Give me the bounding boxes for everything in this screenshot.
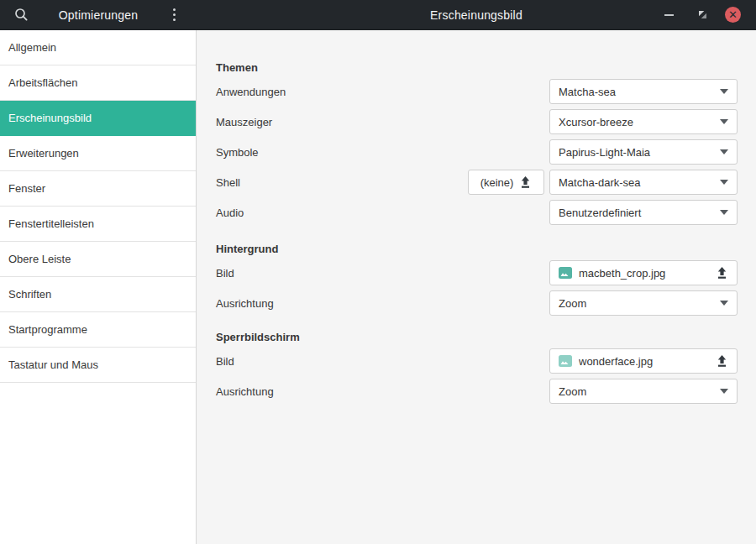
row-label: Audio — [216, 207, 244, 219]
row-hintergrund-bild: Bild macbeth_crop.jpg — [216, 258, 738, 288]
sidebar-item-label: Allgemein — [8, 41, 56, 54]
dropdown-arrow-icon — [720, 210, 728, 215]
upload-icon — [716, 266, 728, 280]
dropdown-arrow-icon — [720, 180, 728, 185]
close-icon: ✕ — [728, 7, 738, 23]
upload-icon — [519, 175, 532, 189]
shell-theme-file-button[interactable]: (keine) — [468, 170, 544, 195]
file-value: wonderface.jpg — [579, 355, 653, 368]
sidebar-item-label: Startprogramme — [8, 323, 87, 336]
titlebar-left: Optimierungen — [0, 0, 197, 29]
file-value: macbeth_crop.jpg — [579, 267, 665, 280]
row-label: Bild — [216, 355, 234, 368]
mauszeiger-theme-dropdown[interactable]: Xcursor-breeze — [549, 109, 738, 134]
gnome-tweaks-window: Optimierungen Erscheinungsbild ✕ — [0, 0, 756, 544]
sidebar-item-tastatur-und-maus[interactable]: Tastatur und Maus — [0, 348, 196, 383]
dropdown-arrow-icon — [720, 301, 728, 306]
row-label: Mauszeiger — [216, 116, 272, 128]
row-label: Bild — [216, 267, 234, 280]
sidebar-item-obere-leiste[interactable]: Obere Leiste — [0, 242, 196, 277]
minimize-button[interactable] — [663, 6, 675, 24]
titlebar: Optimierungen Erscheinungsbild ✕ — [0, 0, 756, 30]
menu-button[interactable] — [166, 6, 181, 24]
dropdown-value: Zoom — [559, 297, 586, 310]
background-image-file-button[interactable]: macbeth_crop.jpg — [549, 260, 738, 285]
sidebar-item-erscheinungsbild[interactable]: Erscheinungsbild — [0, 101, 196, 136]
sidebar-item-arbeitsflaechen[interactable]: Arbeitsflächen — [0, 65, 196, 101]
row-label: Ausrichtung — [216, 385, 274, 398]
unmaximize-icon — [698, 10, 707, 19]
dropdown-arrow-icon — [720, 89, 728, 94]
section-title-hintergrund: Hintergrund — [216, 241, 738, 258]
section-title-sperrbildschirm: Sperrbildschirm — [216, 329, 738, 346]
dropdown-value: Papirus-Light-Maia — [559, 146, 650, 159]
lockscreen-image-file-button[interactable]: wonderface.jpg — [549, 348, 738, 374]
dropdown-value: Matcha-dark-sea — [559, 176, 641, 189]
dropdown-value: Benutzerdefiniert — [559, 207, 641, 219]
sidebar-item-fenstertitelleisten[interactable]: Fenstertitelleisten — [0, 207, 196, 242]
row-sperrbildschirm-ausrichtung: Ausrichtung Zoom — [216, 376, 738, 406]
titlebar-right: Erscheinungsbild ✕ — [197, 0, 756, 29]
dropdown-value: Matcha-sea — [559, 86, 616, 98]
dropdown-arrow-icon — [720, 149, 728, 154]
row-label: Symbole — [216, 146, 259, 159]
sidebar-item-label: Fenster — [8, 182, 45, 195]
search-icon — [14, 8, 29, 22]
sidebar-item-fenster[interactable]: Fenster — [0, 171, 196, 207]
row-symbole: Symbole Papirus-Light-Maia — [216, 137, 738, 167]
upload-icon — [716, 354, 728, 368]
row-anwendungen: Anwendungen Matcha-sea — [216, 76, 738, 107]
vertical-ellipsis-icon — [173, 8, 176, 21]
sidebar-item-allgemein[interactable]: Allgemein — [0, 30, 196, 65]
row-label: Shell — [216, 176, 240, 189]
search-button[interactable] — [12, 6, 30, 24]
lockscreen-adjustment-dropdown[interactable]: Zoom — [549, 379, 738, 404]
dropdown-arrow-icon — [720, 119, 728, 124]
row-label: Ausrichtung — [216, 297, 274, 310]
sidebar-item-label: Schriften — [8, 288, 51, 301]
row-audio: Audio Benutzerdefiniert — [216, 197, 738, 228]
section-title-themen: Themen — [216, 60, 738, 76]
close-button[interactable]: ✕ — [725, 7, 741, 23]
row-label: Anwendungen — [216, 86, 286, 98]
file-value: (keine) — [480, 176, 514, 189]
sidebar-item-label: Erscheinungsbild — [8, 112, 92, 124]
image-thumbnail-icon — [559, 355, 572, 367]
audio-theme-dropdown[interactable]: Benutzerdefiniert — [549, 200, 738, 225]
minimize-icon — [664, 14, 674, 16]
sidebar-item-erweiterungen[interactable]: Erweiterungen — [0, 136, 196, 171]
row-shell: Shell (keine) Matcha-dark-sea — [216, 167, 738, 197]
sidebar-item-label: Fenstertitelleisten — [8, 217, 94, 230]
sidebar-item-label: Erweiterungen — [8, 147, 79, 160]
row-mauszeiger: Mauszeiger Xcursor-breeze — [216, 107, 738, 137]
sidebar-item-schriften[interactable]: Schriften — [0, 277, 196, 312]
row-sperrbildschirm-bild: Bild wonderface.jpg — [216, 346, 738, 376]
unmaximize-button[interactable] — [696, 6, 708, 24]
shell-theme-dropdown[interactable]: Matcha-dark-sea — [549, 170, 738, 195]
image-thumbnail-icon — [559, 267, 572, 279]
main-content: Themen Anwendungen Matcha-sea Mauszeiger… — [197, 30, 756, 544]
anwendungen-theme-dropdown[interactable]: Matcha-sea — [549, 79, 738, 104]
window-title: Erscheinungsbild — [430, 8, 522, 22]
dropdown-arrow-icon — [720, 389, 728, 394]
sidebar-item-startprogramme[interactable]: Startprogramme — [0, 312, 196, 348]
symbole-theme-dropdown[interactable]: Papirus-Light-Maia — [549, 139, 738, 165]
dropdown-value: Xcursor-breeze — [559, 116, 633, 128]
app-body: Allgemein Arbeitsflächen Erscheinungsbil… — [0, 30, 756, 544]
sidebar-item-label: Obere Leiste — [8, 253, 71, 265]
row-hintergrund-ausrichtung: Ausrichtung Zoom — [216, 288, 738, 318]
background-adjustment-dropdown[interactable]: Zoom — [549, 290, 738, 316]
sidebar: Allgemein Arbeitsflächen Erscheinungsbil… — [0, 30, 197, 544]
window-controls: ✕ — [663, 6, 741, 24]
dropdown-value: Zoom — [559, 385, 586, 398]
sidebar-item-label: Tastatur und Maus — [8, 358, 98, 371]
sidebar-item-label: Arbeitsflächen — [8, 76, 77, 89]
